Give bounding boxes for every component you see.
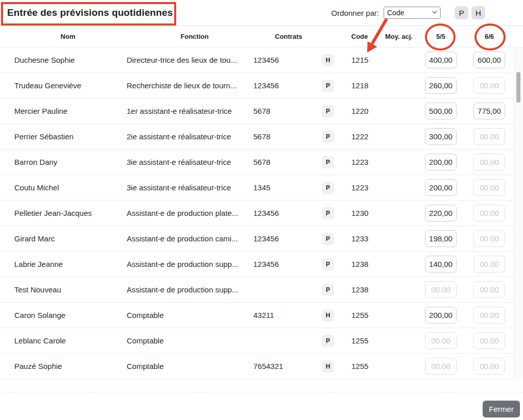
employee-function: 3ie assistant-e réalisateur-trice [126, 158, 248, 166]
day-6-6-input[interactable] [473, 154, 505, 170]
day-5-5-input[interactable] [425, 128, 457, 145]
employee-function: Assistant-e de production supp... [126, 260, 248, 268]
table-row: Pauzé Sophie Comptable 7654321 H 1255 [0, 354, 523, 379]
employee-name: Barron Dany [10, 158, 126, 166]
table-row: Coutu Michel 3ie assistant-e réalisateur… [0, 175, 523, 201]
pay-type-badge: P [322, 131, 334, 143]
employee-code: 1255 [338, 336, 381, 345]
employee-name: Leblanc Carole [10, 336, 126, 345]
order-by-select-wrap: Code [384, 7, 441, 19]
employee-name: Pelletier Jean-Jacques [10, 209, 126, 217]
day-6-6-input[interactable] [473, 307, 505, 324]
employee-contracts: 5678 [248, 107, 318, 115]
table-row: Mercier Pauline 1er assistant-e réalisat… [0, 98, 523, 124]
employee-contracts: 123456 [248, 209, 318, 217]
pay-type-badge: H [322, 54, 334, 66]
day-5-5-input[interactable] [425, 77, 457, 94]
table-row: Leblanc Carole Comptable P 1255 [0, 328, 523, 354]
employee-function: Directeur-trice des lieux de tou... [126, 56, 248, 64]
pay-type-badge: P [322, 258, 334, 270]
table-row: Perrier Sébastien 2ie assistant-e réalis… [0, 124, 523, 150]
table-body-wrap: Duchesne Sophie Directeur-trice des lieu… [0, 47, 523, 379]
pay-type-badge: P [322, 284, 334, 296]
vertical-scrollbar-thumb[interactable] [516, 72, 520, 103]
day-5-5-input[interactable] [425, 103, 457, 119]
day-5-5-input[interactable] [425, 307, 457, 324]
close-button[interactable]: Fermer [483, 401, 520, 417]
employee-function: Assistant-e de production supp... [126, 285, 248, 294]
day-6-6-input[interactable] [473, 77, 505, 94]
order-by-label: Ordonner par: [331, 9, 379, 17]
filter-p-button[interactable]: P [455, 6, 468, 19]
day-6-6-input[interactable] [473, 128, 505, 145]
employee-contracts: 43211 [248, 311, 318, 319]
pay-type-badge: P [322, 156, 334, 168]
day-6-6-input[interactable] [473, 52, 505, 68]
pay-type-badge: P [322, 207, 334, 219]
employee-name: Test Nouveau [10, 285, 126, 294]
day-5-5-input[interactable] [425, 179, 457, 196]
employee-code: 1238 [338, 260, 381, 268]
header-5-5: 5/5 [417, 33, 465, 40]
filter-h-button[interactable]: H [471, 6, 485, 19]
employee-contracts: 5678 [248, 158, 318, 166]
employee-name: Coutu Michel [10, 183, 126, 192]
order-controls: Ordonner par: Code P H [331, 6, 485, 19]
employee-code: 1223 [338, 183, 381, 192]
employee-code: 1255 [338, 362, 381, 370]
employee-code: 1230 [338, 209, 381, 217]
employee-code: 1222 [338, 132, 381, 141]
employee-contracts: 1345 [248, 183, 318, 192]
employee-contracts: 123456 [248, 260, 318, 268]
table-row: Caron Solange Comptable 43211 H 1255 [0, 303, 523, 328]
day-5-5-input[interactable] [425, 332, 457, 349]
employee-name: Mercier Pauline [10, 107, 126, 115]
page-title: Entrée des prévisions quotidiennes [7, 7, 173, 18]
header-nom: Nom [10, 33, 126, 40]
day-6-6-input[interactable] [473, 205, 505, 221]
day-6-6-input[interactable] [473, 230, 505, 247]
day-5-5-input[interactable] [425, 256, 457, 273]
employee-name: Trudeau Geneviève [10, 81, 126, 90]
employee-function: Comptable [126, 311, 248, 319]
pay-type-badge: P [322, 80, 334, 92]
table-row: Labrie Jeanne Assistant-e de production … [0, 252, 523, 277]
employee-contracts: 123456 [248, 234, 318, 243]
employee-code: 1215 [338, 56, 381, 64]
employee-contracts: 5678 [248, 132, 318, 141]
table-body: Duchesne Sophie Directeur-trice des lieu… [0, 47, 523, 379]
day-6-6-input[interactable] [473, 103, 505, 119]
employee-function: 3ie assistant-e réalisateur-trice [126, 183, 248, 192]
employee-function: Assistant-e de production plate... [126, 209, 248, 217]
day-5-5-input[interactable] [425, 281, 457, 298]
employee-code: 1233 [338, 234, 381, 243]
day-6-6-input[interactable] [473, 332, 505, 349]
employee-code: 1238 [338, 285, 381, 294]
day-5-5-input[interactable] [425, 358, 457, 375]
pay-type-badge: P [322, 335, 334, 347]
table-row: Pelletier Jean-Jacques Assistant-e de pr… [0, 201, 523, 226]
day-6-6-input[interactable] [473, 179, 505, 196]
day-5-5-input[interactable] [425, 52, 457, 68]
day-5-5-input[interactable] [425, 154, 457, 170]
vertical-scrollbar-track[interactable] [514, 47, 523, 379]
header-moy-acj: Moy. acj. [381, 33, 417, 40]
table-row: Duchesne Sophie Directeur-trice des lieu… [0, 47, 523, 73]
order-by-select[interactable]: Code [384, 7, 441, 19]
day-6-6-input[interactable] [473, 256, 505, 273]
day-5-5-input[interactable] [425, 230, 457, 247]
day-6-6-input[interactable] [473, 358, 505, 375]
employee-name: Labrie Jeanne [10, 260, 126, 268]
employee-code: 1223 [338, 158, 381, 166]
header-6-6: 6/6 [465, 33, 514, 40]
header-contrats: Contrats [248, 33, 318, 40]
employee-function: 2ie assistant-e réalisateur-trice [126, 132, 248, 141]
table-row: Barron Dany 3ie assistant-e réalisateur-… [0, 150, 523, 175]
employee-function: Comptable [126, 336, 248, 345]
employee-code: 1218 [338, 81, 381, 90]
day-5-5-input[interactable] [425, 205, 457, 221]
day-6-6-input[interactable] [473, 281, 505, 298]
dialog-header: Entrée des prévisions quotidiennes Ordon… [0, 0, 523, 26]
employee-name: Perrier Sébastien [10, 132, 126, 141]
table-row: Girard Marc Assistant-e de production ca… [0, 226, 523, 252]
